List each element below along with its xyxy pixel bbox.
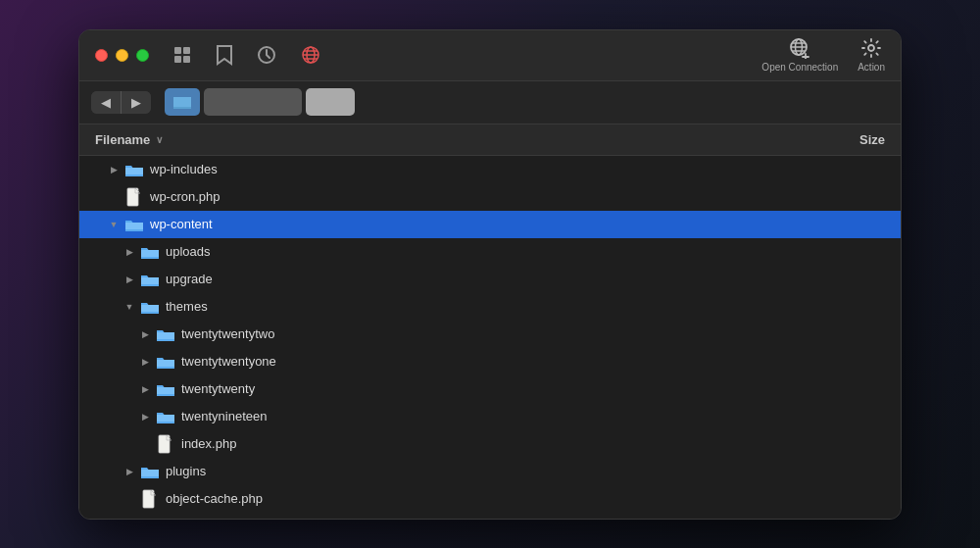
no-toggle (107, 190, 121, 204)
minimize-button[interactable] (116, 49, 128, 62)
toolbar: ◀ ▶ (79, 81, 901, 125)
path-folder-icon[interactable] (165, 88, 200, 116)
file-icon (156, 436, 175, 452)
file-row[interactable]: ▶ wp-includes (79, 156, 901, 183)
traffic-lights (95, 49, 149, 62)
file-name: uploads (166, 244, 807, 259)
expand-toggle[interactable]: ▶ (122, 465, 136, 478)
file-name: twentytwentytwo (181, 326, 807, 341)
svg-rect-10 (127, 188, 138, 206)
file-row[interactable]: ▶ twentynineteen (79, 403, 901, 430)
expand-toggle[interactable]: ▶ (138, 327, 152, 341)
titlebar-right: Open Connection Action (761, 37, 885, 73)
folder-icon (156, 354, 175, 370)
bookmark-icon[interactable] (216, 44, 233, 66)
svg-rect-2 (174, 56, 181, 63)
expand-toggle[interactable]: ▶ (122, 245, 136, 259)
path-bar (165, 88, 355, 116)
file-icon (124, 189, 144, 205)
folder-icon (140, 244, 160, 260)
toolbar-icons (172, 44, 321, 66)
app-window: Open Connection Action ◀ ▶ (78, 29, 902, 520)
file-row[interactable]: ▶ twentytwentytwo (79, 321, 901, 348)
file-row[interactable]: ▼ wp-content (79, 211, 901, 238)
file-row[interactable]: ▼ themes (79, 293, 901, 321)
folder-icon (124, 162, 144, 177)
expand-toggle[interactable]: ▶ (138, 382, 152, 396)
column-header: Filename ∨ Size (79, 125, 901, 156)
file-row[interactable]: ▶ twentytwenty (79, 375, 901, 403)
back-button[interactable]: ◀ (91, 91, 122, 114)
folder-icon (140, 299, 160, 315)
file-name: object-cache.php (166, 491, 807, 506)
svg-rect-11 (159, 435, 170, 453)
filename-column-header[interactable]: Filename ∨ (95, 132, 807, 147)
file-name: wp-cron.php (150, 189, 807, 204)
network-icon[interactable] (300, 45, 321, 65)
file-name: themes (166, 299, 807, 314)
file-name: twentytwenty (181, 381, 807, 396)
grid-icon[interactable] (172, 45, 192, 65)
file-icon (140, 491, 160, 507)
file-row[interactable]: ▶ plugins (79, 458, 901, 485)
svg-rect-3 (183, 56, 190, 63)
action-button[interactable]: Action (858, 37, 885, 73)
nav-buttons: ◀ ▶ (91, 91, 151, 114)
path-segment-2[interactable] (306, 88, 355, 116)
expand-toggle[interactable]: ▶ (138, 355, 152, 369)
folder-icon (140, 464, 160, 479)
file-row[interactable]: ▶ twentytwentyone (79, 348, 901, 375)
folder-icon (156, 326, 175, 342)
file-name: twentynineteen (181, 409, 807, 423)
size-column-header[interactable]: Size (807, 132, 885, 147)
action-label: Action (858, 62, 885, 73)
open-connection-label: Open Connection (761, 62, 838, 73)
file-name: index.php (181, 436, 807, 451)
open-connection-button[interactable]: Open Connection (761, 37, 838, 73)
file-row[interactable]: ▶ uploads (79, 238, 901, 266)
file-name: upgrade (166, 272, 807, 286)
folder-icon (124, 217, 144, 232)
clock-icon[interactable] (257, 45, 276, 65)
folder-icon (156, 381, 175, 397)
collapse-toggle[interactable]: ▼ (122, 300, 136, 314)
no-toggle (122, 492, 136, 506)
gear-icon (860, 37, 882, 59)
expand-toggle[interactable]: ▶ (107, 163, 121, 176)
file-row[interactable]: object-cache.php (79, 485, 901, 513)
svg-point-9 (868, 45, 874, 51)
file-list: ▶ wp-includes wp-cron.php ▼ wp-content ▶… (79, 156, 901, 519)
expand-toggle[interactable]: ▶ (122, 273, 136, 286)
file-name: twentytwentyone (181, 354, 807, 369)
path-segment-1[interactable] (204, 88, 302, 116)
expand-toggle[interactable]: ▶ (138, 410, 152, 423)
globe-plus-icon (789, 37, 810, 59)
forward-button[interactable]: ▶ (122, 91, 151, 114)
svg-rect-0 (174, 47, 181, 54)
maximize-button[interactable] (136, 49, 149, 62)
close-button[interactable] (95, 49, 108, 62)
folder-icon (156, 409, 175, 424)
file-row[interactable]: wp-cron.php (79, 183, 901, 211)
svg-rect-1 (183, 47, 190, 54)
titlebar: Open Connection Action (79, 30, 901, 81)
file-name: plugins (166, 464, 807, 478)
file-name: wp-includes (150, 162, 807, 176)
sort-arrow-icon: ∨ (156, 134, 163, 145)
file-row[interactable]: index.php (79, 430, 901, 458)
svg-rect-12 (143, 490, 154, 508)
file-name: wp-content (150, 217, 807, 231)
file-row[interactable]: ▶ upgrade (79, 266, 901, 293)
no-toggle (138, 437, 152, 451)
folder-icon (140, 272, 160, 287)
collapse-toggle[interactable]: ▼ (107, 218, 121, 231)
